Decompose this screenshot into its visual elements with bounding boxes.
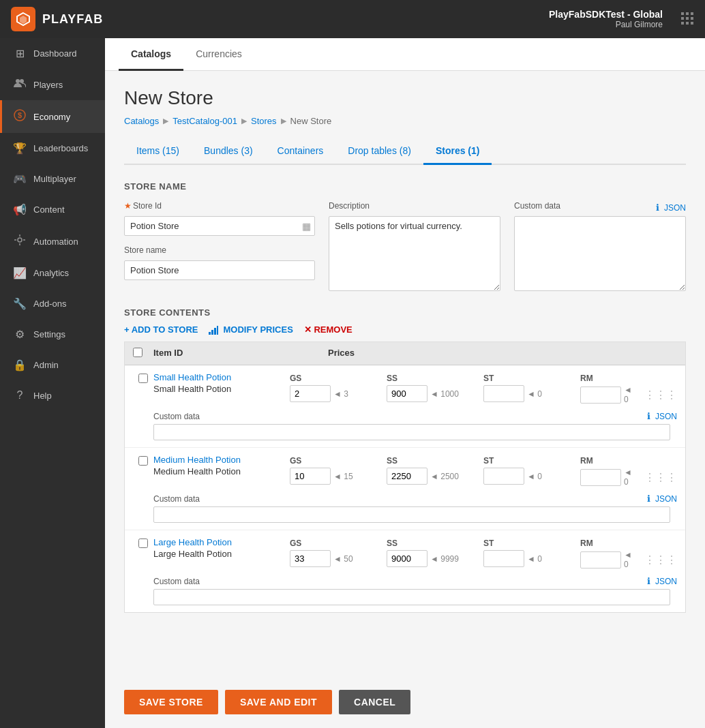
store-id-input[interactable]: [124, 216, 315, 236]
row-3-rm-input[interactable]: [580, 551, 621, 568]
store-id-icon: ▦: [302, 221, 311, 232]
svg-rect-6: [686, 17, 689, 20]
drag-handle-3[interactable]: ⋮⋮⋮: [644, 553, 677, 566]
row-2-rm-col: RM ◄ 0 ⋮⋮⋮: [580, 455, 677, 488]
row-3-ss-input[interactable]: [387, 550, 427, 567]
save-and-edit-button[interactable]: SAVE AND EDIT: [225, 690, 332, 714]
row-3-st-hint: ◄ 0: [527, 554, 542, 564]
row-3-custom: Custom data ℹ JSON: [125, 571, 685, 612]
row-1-st-input[interactable]: [483, 385, 524, 402]
json-link-header[interactable]: ℹ JSON: [656, 202, 686, 213]
row-2-custom-input[interactable]: [153, 506, 670, 523]
nav-tab-containers[interactable]: Containers: [265, 138, 336, 165]
svg-point-12: [20, 79, 24, 83]
custom-data-group: Custom data ℹ JSON: [514, 201, 686, 291]
topbar-user: PlayFabSDKTest - Global Paul Gilmore: [549, 9, 663, 29]
row-2-ss-col: SS ◄ 2500: [387, 455, 483, 488]
json-link-text-header[interactable]: JSON: [664, 203, 686, 213]
modify-prices-button[interactable]: MODIFY PRICES: [209, 324, 292, 335]
sidebar-item-analytics[interactable]: 📈 Analytics: [0, 258, 105, 288]
row-2-rm-input[interactable]: [580, 469, 621, 486]
cancel-button[interactable]: CANCEL: [339, 690, 410, 714]
svg-rect-16: [209, 332, 211, 335]
sidebar-item-help[interactable]: ? Help: [0, 380, 105, 410]
row-1-st-col: ST ◄ 0: [483, 372, 580, 406]
drag-handle-2[interactable]: ⋮⋮⋮: [644, 471, 677, 484]
select-all-checkbox[interactable]: [133, 348, 142, 357]
row-3-json-link[interactable]: ℹ JSON: [647, 576, 677, 586]
row-main-2: Medium Health Potion Medium Health Potio…: [125, 448, 685, 488]
nav-tab-bundles[interactable]: Bundles (3): [192, 138, 265, 165]
row-3-rm-hint: ◄ 0: [624, 550, 635, 569]
sidebar-item-economy[interactable]: $ Economy: [0, 100, 105, 133]
row-1-checkbox[interactable]: [138, 374, 148, 383]
automation-icon: [13, 234, 27, 249]
drag-handle-1[interactable]: ⋮⋮⋮: [644, 389, 677, 401]
nav-tab-items[interactable]: Items (15): [124, 138, 192, 165]
row-3-gs-input[interactable]: [290, 550, 331, 567]
row-1-custom-label: Custom data: [153, 412, 200, 421]
row-2-st-input[interactable]: [483, 468, 524, 485]
sidebar-item-addons[interactable]: 🔧 Add-ons: [0, 288, 105, 319]
sidebar-item-leaderboards[interactable]: 🏆 Leaderboards: [0, 133, 105, 164]
nav-tabs: Items (15) Bundles (3) Containers Drop t…: [124, 138, 686, 165]
row-1-json-link[interactable]: ℹ JSON: [647, 411, 677, 421]
custom-data-input[interactable]: [514, 216, 686, 291]
description-input[interactable]: [329, 216, 500, 291]
row-2-gs-input[interactable]: [290, 468, 331, 485]
row-3-item-info: Large Health Potion Large Health Potion: [153, 537, 290, 559]
remove-button[interactable]: ✕ REMOVE: [304, 324, 352, 335]
row-3-price-cols: GS ◄ 50 SS: [290, 537, 677, 571]
row-2-item-link[interactable]: Medium Health Potion: [153, 455, 290, 465]
row-1-gs-input[interactable]: [290, 385, 331, 402]
grid-icon[interactable]: [680, 12, 694, 27]
json-link-1[interactable]: JSON: [655, 412, 677, 421]
sidebar-item-players[interactable]: Players: [0, 69, 105, 100]
json-link-3[interactable]: JSON: [655, 577, 677, 586]
description-label: Description: [329, 201, 500, 211]
add-to-store-button[interactable]: + ADD TO STORE: [124, 324, 198, 335]
row-1-gs-hint: ◄ 3: [333, 389, 348, 399]
row-2-item-info: Medium Health Potion Medium Health Potio…: [153, 455, 290, 476]
nav-tab-stores[interactable]: Stores (1): [423, 138, 492, 165]
tab-currencies[interactable]: Currencies: [183, 39, 254, 71]
row-1-ss-input[interactable]: [387, 385, 427, 402]
sidebar-item-admin[interactable]: 🔒 Admin: [0, 350, 105, 380]
row-1-rm-input[interactable]: [580, 386, 621, 404]
row-3-checkbox[interactable]: [138, 539, 148, 548]
sidebar-item-dashboard[interactable]: ⊞ Dashboard: [0, 38, 105, 69]
sidebar-item-content[interactable]: 📢 Content: [0, 194, 105, 225]
sidebar-item-settings[interactable]: ⚙ Settings: [0, 319, 105, 350]
sidebar-item-multiplayer[interactable]: 🎮 Multiplayer: [0, 164, 105, 194]
table-row: Large Health Potion Large Health Potion …: [125, 530, 685, 612]
nav-tab-drop-tables[interactable]: Drop tables (8): [335, 138, 423, 165]
row-3-custom-input[interactable]: [153, 589, 670, 605]
row-2-checkbox[interactable]: [138, 456, 148, 466]
info-icon-3: ℹ: [647, 576, 650, 586]
info-icon-1: ℹ: [647, 411, 650, 421]
svg-rect-5: [681, 17, 684, 20]
store-id-group: ★Store Id ▦: [124, 201, 315, 236]
sidebar-item-automation[interactable]: Automation: [0, 225, 105, 258]
json-link-2[interactable]: JSON: [655, 494, 677, 504]
row-2-gs-col: GS ◄ 15: [290, 455, 387, 488]
row-1-item-link[interactable]: Small Health Potion: [153, 372, 290, 382]
row-2-ss-input[interactable]: [387, 468, 427, 485]
breadcrumb-catalog-name[interactable]: TestCatalog-001: [172, 116, 237, 126]
row-3-st-input[interactable]: [483, 550, 524, 567]
tab-catalogs[interactable]: Catalogs: [119, 39, 183, 71]
row-1-custom: Custom data ℹ JSON: [125, 406, 685, 447]
store-name-input[interactable]: [124, 260, 315, 280]
save-store-button[interactable]: SAVE STORE: [124, 690, 218, 714]
row-1-st-hint: ◄ 0: [527, 389, 542, 399]
row-3-ss-hint: ◄ 9999: [430, 554, 459, 564]
row-1-custom-input[interactable]: [153, 424, 670, 440]
svg-rect-7: [691, 17, 693, 20]
breadcrumb-catalogs[interactable]: Catalogs: [124, 116, 159, 126]
row-2-json-link[interactable]: ℹ JSON: [647, 494, 677, 504]
sidebar-label-help: Help: [33, 391, 52, 401]
row-3-custom-label: Custom data: [153, 577, 200, 586]
breadcrumb-stores[interactable]: Stores: [251, 116, 277, 126]
row-1-price-cols: GS ◄ 3 SS: [290, 372, 677, 406]
row-3-item-link[interactable]: Large Health Potion: [153, 537, 290, 547]
